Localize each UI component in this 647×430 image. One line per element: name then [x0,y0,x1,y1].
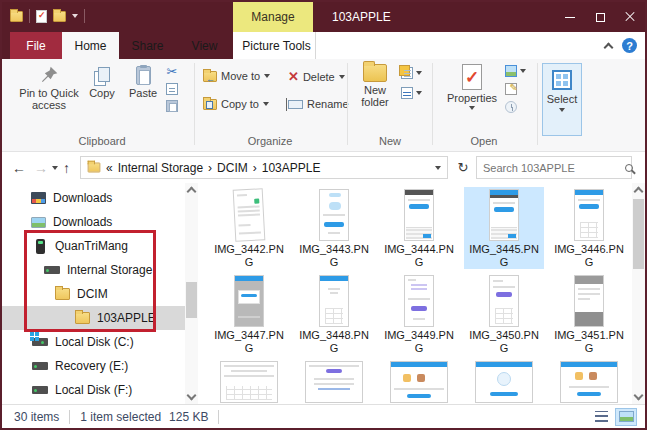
sidebar-item-label: Downloads [53,215,112,229]
large-icons-view-button[interactable] [615,408,637,426]
history-button[interactable] [505,101,517,113]
collapse-ribbon-icon[interactable] [604,43,614,53]
paste-button[interactable]: Paste [124,66,162,99]
tab-picture-tools[interactable]: Picture Tools [238,32,316,59]
new-item-button[interactable] [401,67,422,79]
search-input[interactable] [483,162,625,174]
chevron-down-icon[interactable] [72,14,78,18]
file-list-scrollbar[interactable] [632,183,645,404]
button-label: Rename [307,98,349,110]
sidebar-item-local-disk-f[interactable]: Local Disk (F:) [2,378,185,402]
details-view-button[interactable] [589,408,611,426]
easy-access-button[interactable] [401,87,422,99]
tab-home[interactable]: Home [62,32,119,59]
file-item[interactable]: IMG_3446.PNG [549,187,629,269]
recent-locations-button[interactable] [52,152,58,183]
file-item[interactable]: IMG_3448.PNG [294,273,374,355]
forward-button[interactable]: → [34,152,48,183]
scroll-up-icon[interactable] [187,187,197,197]
breadcrumb-overflow[interactable]: « [106,161,113,175]
scroll-down-icon[interactable] [187,391,197,401]
new-folder-icon[interactable] [53,11,66,22]
move-to-button[interactable]: ← Move to [203,70,270,82]
file-item[interactable] [294,359,374,404]
rename-button[interactable]: Rename [288,98,349,110]
properties-icon[interactable] [36,10,47,23]
new-folder-button[interactable]: New folder [352,64,398,108]
file-item[interactable]: IMG_3444.PNG [379,187,459,269]
copy-path-button[interactable] [166,83,178,95]
scrollbar-thumb[interactable] [633,199,644,269]
sidebar-item-103apple[interactable]: 103APPLE [2,306,185,330]
sidebar-scrollbar[interactable] [185,183,198,404]
scroll-up-icon[interactable] [634,187,644,197]
maximize-icon [596,13,605,22]
file-item[interactable] [549,359,629,404]
paste-shortcut-button[interactable] [166,100,178,112]
select-button[interactable]: Select [542,63,582,136]
cut-button[interactable]: ✂ [167,65,178,78]
help-button[interactable]: ? [622,38,637,53]
search-box[interactable] [476,156,632,179]
sidebar-item-downloads-pictures[interactable]: Downloads [2,210,185,234]
edit-button[interactable] [505,83,517,95]
up-button[interactable]: ↑ [63,152,70,183]
address-dropdown-icon[interactable] [435,166,441,170]
minimize-button[interactable] [555,2,585,32]
sidebar-item-internal-storage[interactable]: Internal Storage [2,258,185,282]
scroll-down-icon[interactable] [634,391,644,401]
breadcrumb-separator[interactable]: › [253,161,257,175]
back-button[interactable]: ← [12,152,26,183]
tab-share[interactable]: Share [119,32,176,59]
manage-contextual-tab[interactable]: Manage [233,2,313,32]
copy-button[interactable]: Copy [84,67,120,99]
folder-icon[interactable] [10,11,23,22]
file-item[interactable] [209,359,289,404]
breadcrumb[interactable]: « Internal Storage › DCIM › 103APPLE [80,156,448,179]
file-item[interactable]: IMG_3449.PNG [379,273,459,355]
tab-view[interactable]: View [176,32,233,59]
file-item[interactable] [379,359,459,404]
refresh-button[interactable]: ↻ [453,156,473,179]
file-thumbnail [319,275,349,327]
sidebar-item-dcim[interactable]: DCIM [2,282,185,306]
sidebar-item-label: QuanTriMang [55,239,128,253]
file-item[interactable] [464,359,544,404]
copy-to-button[interactable]: Copy to [203,98,269,110]
file-name: IMG_3445.PNG [464,243,544,269]
toolbar-separator [29,9,30,23]
maximize-button[interactable] [585,2,615,32]
sidebar-item-quantrimang[interactable]: QuanTriMang [2,234,185,258]
sidebar-item-downloads-videos[interactable]: Downloads [2,186,185,210]
file-item[interactable]: IMG_3443.PNG [294,187,374,269]
open-picture-icon [505,65,517,77]
folder-icon [74,310,90,326]
breadcrumb-item[interactable]: Internal Storage [118,161,203,175]
file-item[interactable]: IMG_3442.PNG [209,187,289,269]
chevron-down-icon [339,75,345,79]
properties-button[interactable]: Properties [446,64,498,110]
tab-file[interactable]: File [10,32,62,59]
breadcrumb-item[interactable]: 103APPLE [262,161,321,175]
file-name: IMG_3446.PNG [549,243,629,269]
sidebar-item-local-disk-c[interactable]: Local Disk (C:) [2,330,185,354]
sidebar-item-label: 103APPLE [97,311,156,325]
breadcrumb-item[interactable]: DCIM [217,161,248,175]
pictures-folder-icon [30,214,46,230]
file-thumbnail [574,189,604,241]
file-item[interactable]: IMG_3451.PNG [549,273,629,355]
folder-icon [88,163,101,173]
delete-button[interactable]: ✕ Delete [288,70,345,83]
open-button[interactable] [505,65,526,77]
file-thumbnail [390,361,448,403]
close-button[interactable] [615,2,645,32]
file-item[interactable]: IMG_3447.PNG [209,273,289,355]
chevron-down-icon [559,108,565,112]
file-item-selected[interactable]: IMG_3445.PNG [464,187,544,269]
sidebar-item-recovery-e[interactable]: Recovery (E:) [2,354,185,378]
pin-to-quick-access-button[interactable]: Pin to Quick access [18,65,80,111]
scrollbar-thumb[interactable] [186,282,197,318]
file-list: IMG_3442.PNG IMG_3443.PNG IMG_3444.PNG I… [198,183,632,404]
breadcrumb-separator[interactable]: › [208,161,212,175]
file-item[interactable]: IMG_3450.PNG [464,273,544,355]
